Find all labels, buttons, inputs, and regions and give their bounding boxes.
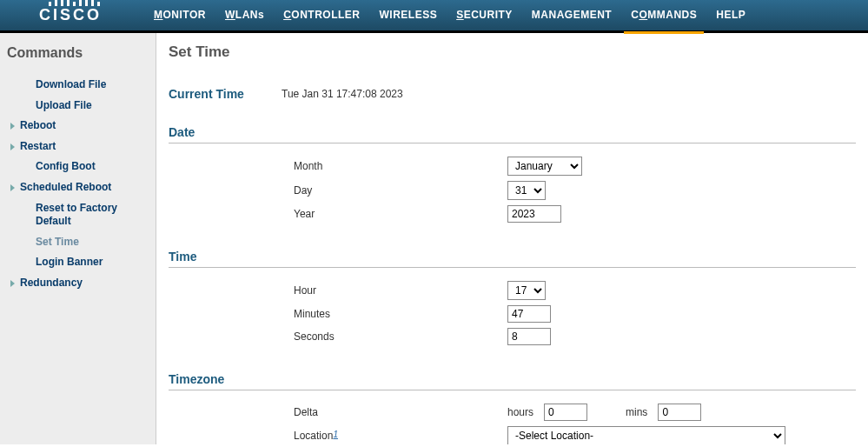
nav-wireless-label: W <box>379 9 389 21</box>
sidebar-item-restart[interactable]: Restart <box>7 137 147 157</box>
nav-monitor-label: ONITOR <box>163 9 206 21</box>
nav-monitor[interactable]: MONITOR <box>154 9 206 23</box>
chevron-right-icon <box>10 123 15 130</box>
chevron-right-icon <box>10 184 15 191</box>
seconds-label: Seconds <box>169 330 384 343</box>
sidebar-item-set-time[interactable]: Set Time <box>7 232 147 253</box>
sidebar-item-redundancy[interactable]: Redundancy <box>7 273 147 294</box>
hour-label: Hour <box>169 284 384 297</box>
time-section-header: Time <box>169 250 856 268</box>
primary-nav: MONITOR WLANs CONTROLLER WIRELESS SECURI… <box>154 9 745 23</box>
sidebar-item-label: Restart <box>20 140 56 154</box>
location-row: Location1 -Select Location- <box>169 424 856 444</box>
timezone-section-header: Timezone <box>169 372 856 390</box>
sidebar-item-reboot[interactable]: Reboot <box>7 116 147 137</box>
year-row: Year <box>169 203 856 225</box>
delta-hours-label: hours <box>507 406 533 418</box>
main-shell: Commands Download File Upload File Reboo… <box>0 33 868 444</box>
month-row: Month January <box>169 154 856 178</box>
nav-wlans[interactable]: WLANs <box>225 9 264 23</box>
sidebar-item-label: Reboot <box>20 119 56 133</box>
delta-mins-input[interactable] <box>658 404 701 421</box>
date-section-header: Date <box>169 125 856 143</box>
minutes-input[interactable] <box>507 305 551 323</box>
sidebar-item-label: Config Boot <box>36 160 96 174</box>
nav-commands-label: C <box>631 9 639 21</box>
location-footnote-link[interactable]: 1 <box>333 430 338 439</box>
sidebar-item-upload-file[interactable]: Upload File <box>7 96 147 117</box>
day-label: Day <box>169 184 384 197</box>
nav-management[interactable]: MANAGEMENT <box>532 9 612 23</box>
sidebar-item-label: Login Banner <box>36 256 103 270</box>
chevron-right-icon <box>10 143 15 150</box>
location-label: Location1 <box>169 430 384 442</box>
nav-wlans-label: LANs <box>235 9 264 21</box>
sidebar-item-download-file[interactable]: Download File <box>7 75 147 96</box>
sidebar-item-label: Upload File <box>36 99 92 113</box>
sidebar-item-label: Redundancy <box>20 277 83 290</box>
sidebar-item-label: Reset to Factory Default <box>36 202 147 229</box>
year-label: Year <box>169 208 384 220</box>
year-input[interactable] <box>507 205 561 223</box>
seconds-input[interactable] <box>507 328 551 345</box>
location-select[interactable]: -Select Location- <box>507 426 785 444</box>
hour-row: Hour 17 <box>169 278 856 303</box>
nav-controller-label: ONTROLLER <box>291 9 360 21</box>
nav-help[interactable]: HELP <box>716 9 745 23</box>
sidebar: Commands Download File Upload File Reboo… <box>0 33 156 444</box>
logo-bars-icon <box>39 0 109 6</box>
sidebar-item-label: Download File <box>36 78 106 92</box>
brand-text: CISCO <box>39 6 102 23</box>
sidebar-item-label: Scheduled Reboot <box>20 181 111 195</box>
nav-security[interactable]: SECURITY <box>456 9 513 23</box>
delta-label: Delta <box>169 406 384 418</box>
current-time-row: Current Time Tue Jan 31 17:47:08 2023 <box>169 87 856 101</box>
sidebar-item-reset-factory[interactable]: Reset to Factory Default <box>7 198 147 232</box>
current-time-label: Current Time <box>169 87 282 101</box>
day-select[interactable]: 31 <box>507 181 546 200</box>
minutes-label: Minutes <box>169 308 384 320</box>
sidebar-item-scheduled-reboot[interactable]: Scheduled Reboot <box>7 177 147 198</box>
month-select[interactable]: January <box>507 157 582 176</box>
sidebar-item-login-banner[interactable]: Login Banner <box>7 252 147 273</box>
content-area: Set Time Current Time Tue Jan 31 17:47:0… <box>156 33 868 444</box>
page-title: Set Time <box>169 43 856 61</box>
nav-controller[interactable]: CONTROLLER <box>283 9 360 23</box>
hour-select[interactable]: 17 <box>507 281 546 300</box>
delta-row: Delta hours mins <box>169 401 856 424</box>
delta-mins-label: mins <box>626 406 647 418</box>
minutes-row: Minutes <box>169 303 856 325</box>
current-time-value: Tue Jan 31 17:47:08 2023 <box>282 88 403 100</box>
nav-commands[interactable]: COMMANDS <box>631 9 697 23</box>
chevron-right-icon <box>10 280 15 287</box>
sidebar-title: Commands <box>7 45 147 61</box>
nav-management-label: M <box>532 9 541 21</box>
nav-help-label: HELP <box>716 9 745 21</box>
top-nav-bar: CISCO MONITOR WLANs CONTROLLER WIRELESS … <box>0 0 868 33</box>
sidebar-item-label: Set Time <box>36 236 79 250</box>
nav-security-label: ECURITY <box>464 9 513 21</box>
seconds-row: Seconds <box>169 325 856 348</box>
nav-wireless[interactable]: WIRELESS <box>379 9 437 23</box>
month-label: Month <box>169 160 384 172</box>
delta-hours-input[interactable] <box>544 404 587 421</box>
brand-logo: CISCO <box>39 6 102 24</box>
day-row: Day 31 <box>169 178 856 203</box>
sidebar-item-config-boot[interactable]: Config Boot <box>7 157 147 177</box>
